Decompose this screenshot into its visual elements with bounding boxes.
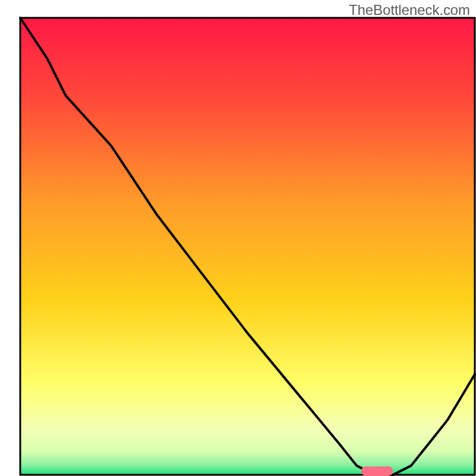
chart-canvas: TheBottleneck.com [0, 0, 476, 476]
bottleneck-plot [0, 0, 476, 476]
gradient-background [20, 18, 475, 475]
optimal-marker [361, 466, 393, 476]
